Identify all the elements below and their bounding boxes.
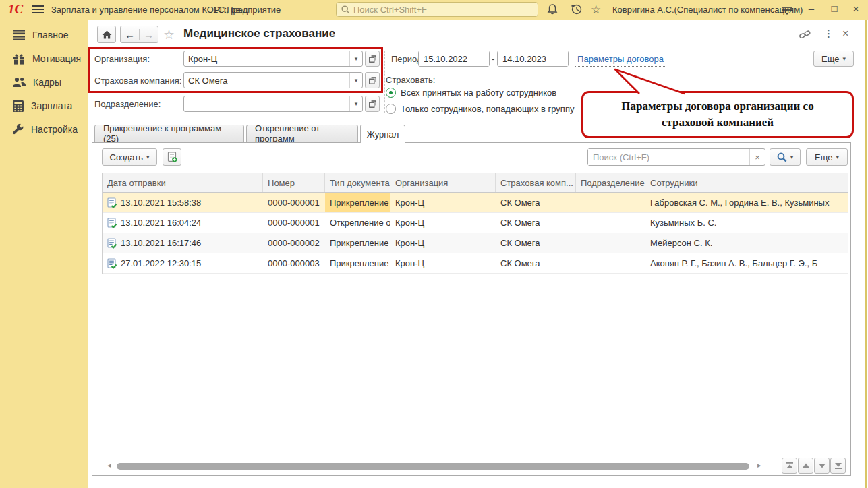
arrow-down-icon xyxy=(818,463,826,468)
tab-otkreplenie[interactable]: Открепление от программ xyxy=(246,125,358,142)
horizontal-scrollbar-thumb[interactable] xyxy=(117,463,749,470)
cell-date: 13.10.2021 16:17:46 xyxy=(121,238,201,248)
cell-number: 0000-000001 xyxy=(263,213,325,233)
table-row[interactable]: 13.10.2021 15:58:38 0000-000001 Прикрепл… xyxy=(103,193,848,213)
column-header[interactable]: Тип документа xyxy=(325,173,390,192)
cell-employees: Мейерсон С. К. xyxy=(645,233,848,253)
create-button[interactable]: Создать▾ xyxy=(102,148,157,166)
period-from-input[interactable] xyxy=(419,51,489,66)
sidebar-item-zarplata[interactable]: Зарплата xyxy=(0,96,88,115)
cell-department xyxy=(576,193,645,212)
insurance-company-input[interactable] xyxy=(184,73,349,88)
insurance-company-open-button[interactable] xyxy=(365,72,380,88)
window-edge xyxy=(865,20,867,488)
sidebar-item-motivacia[interactable]: Мотивация xyxy=(0,49,88,68)
chevron-down-icon[interactable]: ▾ xyxy=(349,51,362,66)
table-row[interactable]: 13.10.2021 16:04:24 0000-000001 Открепле… xyxy=(103,213,848,233)
close-page-icon[interactable]: × xyxy=(842,28,848,40)
header-more-label: Еще xyxy=(821,54,839,64)
document-posted-icon xyxy=(107,218,117,228)
department-open-button[interactable] xyxy=(365,96,380,112)
insurance-company-label: Страховая компания: xyxy=(94,75,181,86)
table-row[interactable]: 27.01.2022 12:30:15 0000-000003 Прикрепл… xyxy=(103,253,848,274)
maximize-window-icon[interactable]: □ xyxy=(827,3,842,14)
copy-link-icon[interactable] xyxy=(799,30,811,42)
scroll-left-icon[interactable]: ◂ xyxy=(107,461,111,470)
column-header[interactable]: Подразделение xyxy=(576,173,645,192)
scroll-right-icon[interactable]: ▸ xyxy=(757,461,761,470)
sidebar-item-nastroika[interactable]: Настройка xyxy=(0,120,88,139)
organization-field[interactable]: ▾ xyxy=(183,51,363,67)
create-by-copy-button[interactable] xyxy=(163,148,181,166)
period-dash: - xyxy=(492,54,494,64)
cell-company: СК Омега xyxy=(496,213,576,233)
current-user[interactable]: Ковригина А.С.(Специалист по компенсация… xyxy=(612,5,803,15)
global-search-input[interactable]: Поиск Ctrl+Shift+F xyxy=(336,2,538,17)
favorite-star-icon[interactable]: ☆ xyxy=(163,27,175,42)
go-up-button[interactable] xyxy=(798,458,813,474)
document-posted-icon xyxy=(107,197,117,208)
home-button[interactable] xyxy=(97,26,116,43)
sidebar: Главное Мотивация Кадры Зарплата Настрой… xyxy=(0,20,88,488)
cell-organization: Крон-Ц xyxy=(390,193,496,212)
forward-button[interactable]: → xyxy=(140,29,158,40)
radio-all-employees[interactable]: Всех принятых на работу сотрудников xyxy=(386,88,556,98)
minimize-window-icon[interactable]: – xyxy=(804,3,819,14)
column-header[interactable]: Страховая комп... xyxy=(496,173,576,192)
arrow-down-bar-icon xyxy=(834,462,842,469)
cell-doc-type: Прикрепление к... xyxy=(325,233,390,253)
radio-group-employees[interactable]: Только сотрудников, попадающих в группу xyxy=(386,104,574,114)
column-header[interactable]: Организация xyxy=(390,173,496,192)
list-more-button[interactable]: Еще▾ xyxy=(806,148,848,166)
global-search-placeholder: Поиск Ctrl+Shift+F xyxy=(353,5,427,15)
contract-params-link[interactable]: Параметры договора xyxy=(577,54,664,64)
menu-lines-icon xyxy=(12,30,26,40)
table-row[interactable]: 13.10.2021 16:17:46 0000-000002 Прикрепл… xyxy=(103,233,848,253)
people-icon xyxy=(12,77,26,88)
search-icon xyxy=(341,5,350,14)
go-down-button[interactable] xyxy=(814,458,830,474)
table-search-input[interactable] xyxy=(588,149,749,165)
column-header[interactable]: Дата отправки xyxy=(103,173,263,192)
organization-input[interactable] xyxy=(184,51,349,66)
sidebar-item-kadry[interactable]: Кадры xyxy=(0,73,88,92)
tune-settings-icon[interactable] xyxy=(781,5,796,18)
favorites-star-icon[interactable]: ☆ xyxy=(591,3,606,16)
department-field[interactable]: ▾ xyxy=(183,96,363,112)
cell-organization: Крон-Ц xyxy=(390,253,496,273)
tab-prikreplenie[interactable]: Прикрепление к программам (25) xyxy=(94,125,244,142)
table-search-field[interactable]: × xyxy=(587,148,765,166)
close-window-icon[interactable]: × xyxy=(848,3,863,16)
documents-table: Дата отправки Номер Тип документа Органи… xyxy=(102,173,848,274)
period-to-field[interactable] xyxy=(497,51,569,67)
app-window: 1С Зарплата и управление персоналом КОРП… xyxy=(0,0,868,488)
sidebar-item-label: Зарплата xyxy=(31,100,72,111)
arrow-up-icon xyxy=(802,463,810,468)
organization-open-button[interactable] xyxy=(365,51,380,67)
search-button[interactable]: ▾ xyxy=(770,148,801,166)
insurance-company-field[interactable]: ▾ xyxy=(183,72,363,88)
chevron-down-icon: ▾ xyxy=(842,55,846,62)
period-to-input[interactable] xyxy=(498,51,568,66)
go-first-button[interactable] xyxy=(782,458,797,474)
department-input[interactable] xyxy=(184,96,349,111)
open-form-icon xyxy=(369,55,376,63)
header-more-button[interactable]: Еще▾ xyxy=(813,51,854,67)
home-icon xyxy=(102,30,112,39)
period-from-field[interactable] xyxy=(418,51,490,67)
notifications-bell-icon[interactable] xyxy=(546,3,561,17)
main-menu-icon[interactable] xyxy=(32,5,44,14)
cell-number: 0000-000002 xyxy=(263,233,325,253)
column-header[interactable]: Сотрудники xyxy=(645,173,848,192)
column-header[interactable]: Номер xyxy=(263,173,325,192)
sidebar-item-glavnoe[interactable]: Главное xyxy=(0,26,88,44)
chevron-down-icon[interactable]: ▾ xyxy=(349,96,362,111)
kebab-menu-icon[interactable]: ⋮ xyxy=(823,28,834,40)
chevron-down-icon[interactable]: ▾ xyxy=(349,73,362,88)
clear-search-icon[interactable]: × xyxy=(749,149,765,165)
go-last-button[interactable] xyxy=(830,458,846,474)
tab-zhurnal[interactable]: Журнал xyxy=(360,125,405,143)
history-icon[interactable] xyxy=(571,3,585,17)
back-button[interactable]: ← xyxy=(121,29,140,40)
chevron-down-icon: ▾ xyxy=(836,154,839,160)
